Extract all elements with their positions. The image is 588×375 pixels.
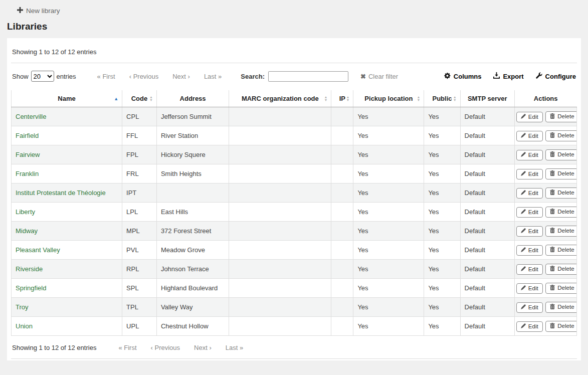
page-length-select[interactable]: 20 xyxy=(31,71,54,82)
library-name-link[interactable]: Fairfield xyxy=(16,132,39,139)
library-name-cell: Institut Protestant de Théologie xyxy=(12,183,122,203)
delete-button[interactable]: Delete xyxy=(545,188,576,199)
public-cell: Yes xyxy=(424,279,460,298)
last-page-link[interactable]: Last » xyxy=(204,73,222,80)
column-header-pickup[interactable]: Pickup location▲▼ xyxy=(353,90,424,107)
library-name-cell: Centerville xyxy=(12,107,122,126)
delete-label: Delete xyxy=(557,190,574,196)
search-input[interactable] xyxy=(268,71,348,82)
clear-filter-button[interactable]: ✖ Clear filter xyxy=(360,73,398,80)
library-code-cell: LPL xyxy=(122,203,157,222)
pickup-location-cell: Yes xyxy=(353,260,424,279)
public-cell: Yes xyxy=(424,164,460,183)
delete-button[interactable]: Delete xyxy=(545,264,576,275)
library-name-link[interactable]: Union xyxy=(16,322,33,330)
delete-button[interactable]: Delete xyxy=(545,283,576,294)
column-header-address[interactable]: Address xyxy=(156,90,229,107)
marc-code-cell xyxy=(229,203,331,222)
library-name-link[interactable]: Midway xyxy=(16,227,38,235)
column-header-name[interactable]: Name▲ xyxy=(12,90,122,107)
edit-label: Edit xyxy=(528,114,538,120)
sort-both-icon: ▲▼ xyxy=(453,96,457,102)
first-page-link[interactable]: « First xyxy=(118,344,136,351)
library-address-cell: Hickory Squere xyxy=(156,145,229,164)
library-address-cell: Valley Way xyxy=(156,298,229,317)
edit-button[interactable]: Edit xyxy=(516,264,543,275)
export-label: Export xyxy=(503,73,523,80)
plus-icon xyxy=(17,7,23,15)
previous-page-link[interactable]: ‹ Previous xyxy=(129,73,159,80)
column-header-code[interactable]: Code▲▼ xyxy=(122,90,157,107)
edit-button[interactable]: Edit xyxy=(516,207,543,218)
edit-button[interactable]: Edit xyxy=(516,131,543,141)
library-name-link[interactable]: Troy xyxy=(16,303,29,311)
bottom-controls: Showing 1 to 12 of 12 entries « First ‹ … xyxy=(12,344,576,351)
trash-icon xyxy=(550,190,555,196)
table-row: Troy TPL Valley Way Yes Yes Default Edit… xyxy=(12,298,577,317)
next-page-link[interactable]: Next › xyxy=(194,344,212,351)
library-name-link[interactable]: Springfield xyxy=(16,284,46,292)
edit-button[interactable]: Edit xyxy=(516,112,543,122)
edit-button[interactable]: Edit xyxy=(516,188,543,199)
edit-button[interactable]: Edit xyxy=(516,169,543,179)
table-row: Institut Protestant de Théologie IPT Yes… xyxy=(12,183,577,203)
library-code-cell: SPL xyxy=(122,279,157,298)
edit-button[interactable]: Edit xyxy=(516,283,543,294)
first-page-link[interactable]: « First xyxy=(97,73,115,80)
delete-button[interactable]: Delete xyxy=(545,207,576,218)
search-group: Search: xyxy=(241,71,348,82)
marc-code-cell xyxy=(229,298,331,317)
previous-page-link[interactable]: ‹ Previous xyxy=(151,344,180,351)
actions-cell: Edit Delete xyxy=(514,203,576,222)
column-header-public[interactable]: Public▲▼ xyxy=(424,90,460,107)
columns-button[interactable]: Columns xyxy=(444,72,482,81)
library-name-link[interactable]: Centerville xyxy=(16,113,46,120)
edit-label: Edit xyxy=(528,247,538,253)
actions-cell: Edit Delete xyxy=(514,298,576,317)
delete-button[interactable]: Delete xyxy=(545,321,576,332)
delete-button[interactable]: Delete xyxy=(545,302,576,313)
export-button[interactable]: Export xyxy=(493,72,523,81)
library-address-cell: Highland Boulevard xyxy=(156,279,229,298)
ip-cell xyxy=(331,145,353,164)
library-name-link[interactable]: Institut Protestant de Théologie xyxy=(16,189,106,197)
actions-cell: Edit Delete xyxy=(514,317,576,336)
trash-icon xyxy=(550,132,555,139)
next-page-link[interactable]: Next › xyxy=(172,73,190,80)
edit-button[interactable]: Edit xyxy=(516,150,543,160)
pickup-location-cell: Yes xyxy=(353,298,424,317)
delete-button[interactable]: Delete xyxy=(545,168,576,179)
edit-button[interactable]: Edit xyxy=(516,302,543,313)
delete-button[interactable]: Delete xyxy=(545,226,576,237)
delete-label: Delete xyxy=(557,323,574,329)
library-name-link[interactable]: Liberty xyxy=(16,208,35,216)
edit-button[interactable]: Edit xyxy=(516,245,543,256)
library-name-link[interactable]: Fairview xyxy=(16,151,40,158)
edit-button[interactable]: Edit xyxy=(516,321,543,332)
library-name-link[interactable]: Pleasant Valley xyxy=(16,246,60,254)
new-library-button[interactable]: New library xyxy=(15,6,62,16)
pencil-icon xyxy=(521,171,526,177)
library-name-cell: Franklin xyxy=(12,164,122,183)
show-label: Show xyxy=(12,73,29,80)
page-title: Libraries xyxy=(7,21,588,32)
configure-button[interactable]: Configure xyxy=(536,72,576,81)
delete-button[interactable]: Delete xyxy=(545,111,576,122)
table-row: Liberty LPL East Hills Yes Yes Default E… xyxy=(12,203,577,222)
column-header-ip[interactable]: IP▲▼ xyxy=(331,90,353,107)
pickup-location-cell: Yes xyxy=(353,279,424,298)
library-name-link[interactable]: Riverside xyxy=(16,265,43,273)
column-header-marc[interactable]: MARC organization code▲▼ xyxy=(229,90,331,107)
edit-button[interactable]: Edit xyxy=(516,226,543,237)
delete-button[interactable]: Delete xyxy=(545,130,576,141)
trash-icon xyxy=(550,209,555,215)
delete-button[interactable]: Delete xyxy=(545,245,576,256)
column-header-actions: Actions xyxy=(514,90,576,107)
sort-both-icon: ▲▼ xyxy=(417,96,420,102)
pickup-location-cell: Yes xyxy=(353,107,424,126)
column-header-smtp[interactable]: SMTP server xyxy=(460,90,514,107)
last-page-link[interactable]: Last » xyxy=(226,344,243,351)
delete-button[interactable]: Delete xyxy=(545,149,576,160)
columns-label: Columns xyxy=(454,73,482,80)
library-name-link[interactable]: Franklin xyxy=(16,170,39,177)
